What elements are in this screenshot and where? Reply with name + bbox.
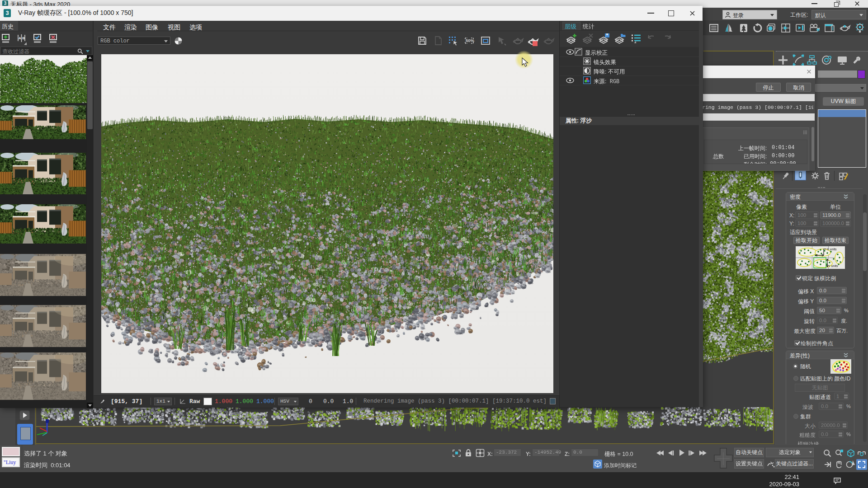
- svg-text:A: A: [19, 36, 21, 40]
- svg-text:B: B: [22, 36, 25, 40]
- svg-text:50%: 50%: [466, 38, 475, 43]
